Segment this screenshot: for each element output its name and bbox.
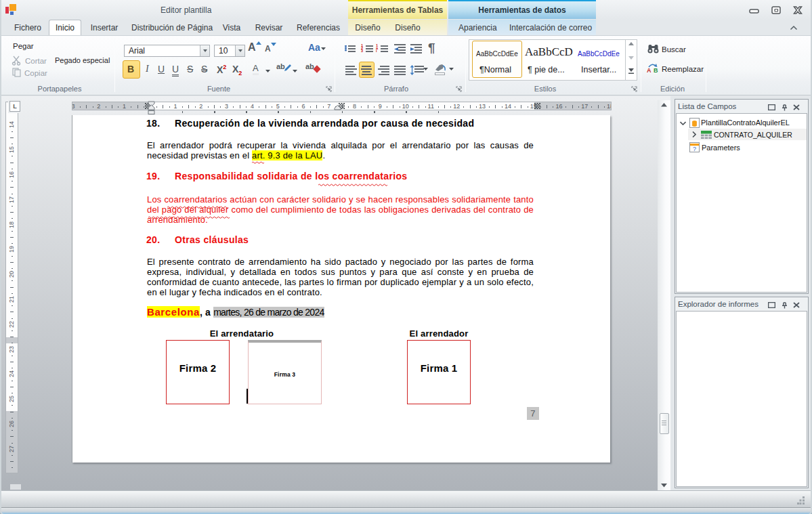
svg-text:?: ?	[693, 146, 696, 152]
